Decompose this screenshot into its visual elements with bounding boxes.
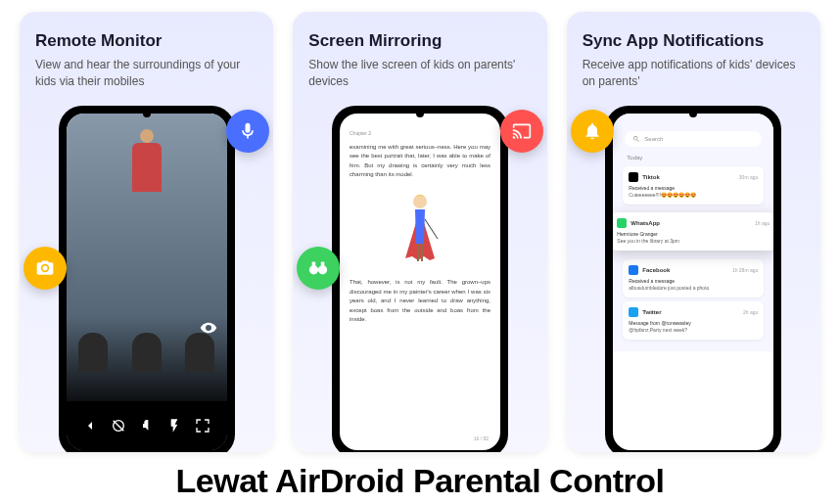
camera-icon <box>23 247 67 290</box>
card-desc: View and hear the surroundings of your k… <box>35 57 257 90</box>
card-screen-mirroring: Screen Mirroring Show the live screen of… <box>293 12 546 452</box>
card-remote-monitor: Remote Monitor View and hear the surroun… <box>20 12 273 452</box>
phone-mockup <box>59 106 235 452</box>
svg-rect-8 <box>421 244 423 261</box>
eye-icon <box>200 319 217 337</box>
reader-paragraph: examining me with great serious–ness. He… <box>350 143 490 180</box>
whatsapp-icon <box>617 218 627 228</box>
svg-rect-4 <box>312 262 316 267</box>
notification-item: Twitter 2h ago Message from @ronweasley@… <box>623 301 764 340</box>
search-bar: Search <box>625 131 762 147</box>
svg-rect-5 <box>321 262 325 267</box>
footer-caption: Lewat AirDroid Parental Control <box>0 462 840 500</box>
card-desc: Show the live screen of kids on parents'… <box>308 57 531 90</box>
search-icon <box>632 135 640 143</box>
cast-icon <box>500 110 543 153</box>
tiktok-icon <box>629 172 638 182</box>
fullscreen-icon <box>195 418 210 434</box>
notification-item: Facebook 1h 28m ago Received a messageal… <box>623 259 764 298</box>
card-sync-notifications: Sync App Notifications Receive app notif… <box>567 12 820 452</box>
card-desc: Receive app notifications of kids' devic… <box>583 57 805 90</box>
search-placeholder: Search <box>644 136 663 142</box>
capture-icon <box>111 418 126 434</box>
svg-rect-7 <box>417 244 419 261</box>
card-title: Remote Monitor <box>35 31 257 51</box>
facebook-icon <box>629 265 638 275</box>
notification-list: Search Today Tiktok 30m ago Received a m… <box>613 114 773 351</box>
notification-item: Tiktok 30m ago Received a messageCuteeee… <box>623 166 764 205</box>
back-icon <box>82 418 98 434</box>
ereader-content: Chapter 2 examining me with great seriou… <box>340 114 500 341</box>
card-title: Sync App Notifications <box>583 31 805 51</box>
phone-mockup: Chapter 2 examining me with great seriou… <box>332 106 508 452</box>
flash-icon <box>166 418 182 434</box>
binoculars-icon <box>297 247 340 290</box>
microphone-icon <box>226 110 269 153</box>
card-row: Remote Monitor View and hear the surroun… <box>0 0 840 464</box>
little-prince-illustration <box>391 190 449 268</box>
classroom-image <box>67 114 227 450</box>
phone-mockup: Search Today Tiktok 30m ago Received a m… <box>605 106 781 452</box>
today-label: Today <box>621 153 766 162</box>
reader-paragraph: That, however, is not my fault. The grow… <box>350 278 490 325</box>
notification-item-popup: WhatsApp 1h ago Hermione GrangerSee you … <box>613 212 773 251</box>
card-title: Screen Mirroring <box>308 31 531 51</box>
svg-rect-3 <box>316 268 320 271</box>
bell-icon <box>571 110 614 153</box>
twitter-icon <box>629 307 638 317</box>
camera-toolbar <box>67 401 227 450</box>
page-indicator: 16 / 82 <box>474 435 489 442</box>
audio-icon <box>139 418 155 434</box>
chapter-label: Chapter 2 <box>350 129 490 137</box>
